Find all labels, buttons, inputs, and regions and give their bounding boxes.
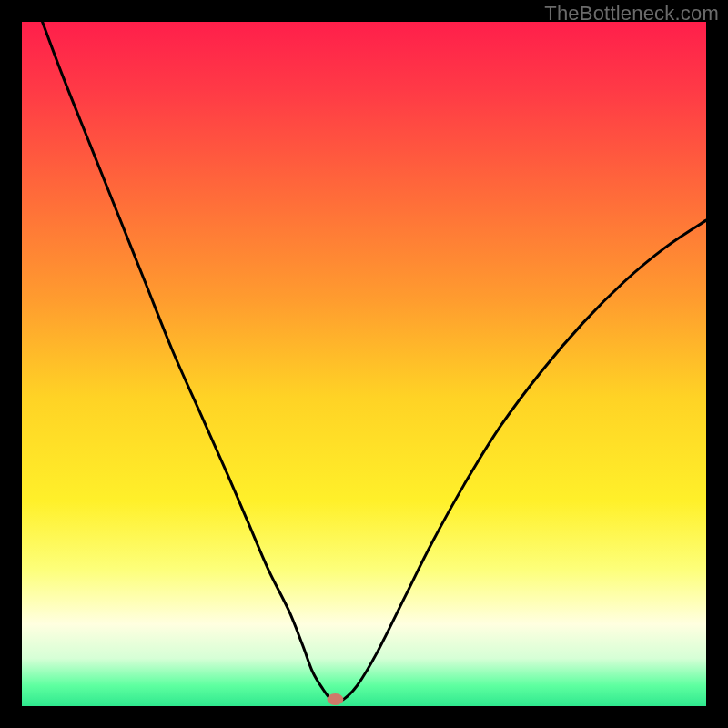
watermark-text: TheBottleneck.com bbox=[544, 2, 719, 25]
chart-frame: TheBottleneck.com bbox=[0, 0, 728, 728]
marker-dot bbox=[327, 693, 343, 705]
chart-svg bbox=[22, 22, 706, 706]
chart-plot-area bbox=[22, 22, 706, 706]
gradient-background bbox=[22, 22, 706, 706]
